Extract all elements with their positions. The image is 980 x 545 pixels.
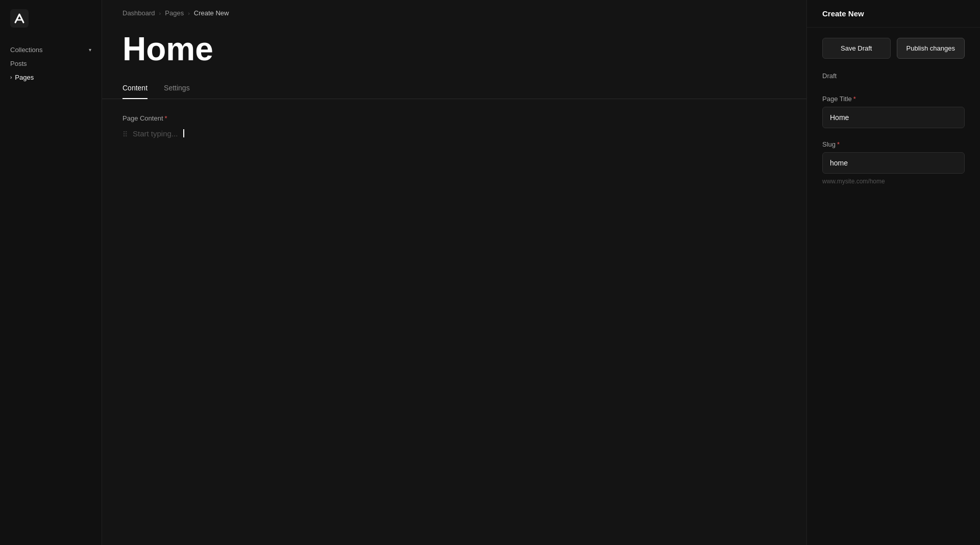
breadcrumb-sep-1: ›: [159, 10, 161, 16]
breadcrumb-current: Create New: [194, 9, 229, 17]
drag-handle-icon: ⠿: [122, 130, 128, 138]
cursor-icon: [183, 129, 184, 137]
sidebar-item-posts[interactable]: Posts: [0, 57, 102, 70]
page-title-field-label: Page Title*: [822, 95, 965, 103]
slug-hint: www.mysite.com/home: [822, 178, 965, 185]
chevron-down-icon: ▾: [89, 47, 91, 53]
title-required-star: *: [853, 95, 856, 103]
content-editor[interactable]: ⠿ Start typing...: [122, 129, 786, 282]
required-indicator: *: [165, 114, 167, 122]
right-panel: Create New Save Draft Publish changes Dr…: [806, 0, 980, 545]
page-content-group: Page Content* ⠿ Start typing...: [122, 114, 786, 282]
page-title-group: Page Title*: [822, 95, 965, 128]
page-content-label: Page Content*: [122, 114, 786, 122]
posts-label: Posts: [10, 60, 27, 67]
sidebar-item-pages[interactable]: › Pages: [0, 70, 102, 84]
slug-required-star: *: [837, 140, 840, 148]
content-area: Page Content* ⠿ Start typing...: [102, 99, 806, 545]
slug-input[interactable]: [822, 152, 965, 174]
breadcrumb-sep-2: ›: [188, 10, 190, 16]
collections-label: Collections: [10, 46, 43, 54]
pages-label: Pages: [15, 74, 34, 81]
slug-group: Slug* www.mysite.com/home: [822, 140, 965, 185]
slug-field-label: Slug*: [822, 140, 965, 148]
status-row: Draft: [807, 69, 980, 90]
app-logo-icon: [10, 9, 29, 28]
tabs-bar: Content Settings: [102, 77, 806, 99]
breadcrumb-dashboard[interactable]: Dashboard: [122, 9, 155, 17]
sidebar-nav: Collections ▾ Posts › Pages: [0, 37, 102, 545]
logo-area: [0, 0, 102, 37]
action-buttons: Save Draft Publish changes: [807, 28, 980, 69]
tab-content[interactable]: Content: [122, 78, 148, 99]
publish-button[interactable]: Publish changes: [897, 38, 965, 59]
right-panel-header: Create New: [807, 0, 980, 28]
page-title-input[interactable]: [822, 107, 965, 128]
svg-rect-0: [10, 9, 29, 28]
main-content: Dashboard › Pages › Create New Home Cont…: [102, 0, 806, 545]
sidebar-item-collections[interactable]: Collections ▾: [0, 43, 102, 57]
page-title: Home: [122, 31, 786, 67]
breadcrumb-pages[interactable]: Pages: [165, 9, 184, 17]
status-badge: Draft: [822, 72, 837, 80]
editor-placeholder: Start typing...: [133, 129, 178, 138]
page-title-area: Home: [102, 26, 806, 77]
save-draft-button[interactable]: Save Draft: [822, 38, 891, 59]
tab-settings[interactable]: Settings: [164, 78, 190, 99]
right-panel-form: Page Title* Slug* www.mysite.com/home: [807, 90, 980, 545]
chevron-right-icon: ›: [10, 75, 12, 80]
sidebar: Collections ▾ Posts › Pages: [0, 0, 102, 545]
breadcrumb: Dashboard › Pages › Create New: [102, 0, 806, 26]
